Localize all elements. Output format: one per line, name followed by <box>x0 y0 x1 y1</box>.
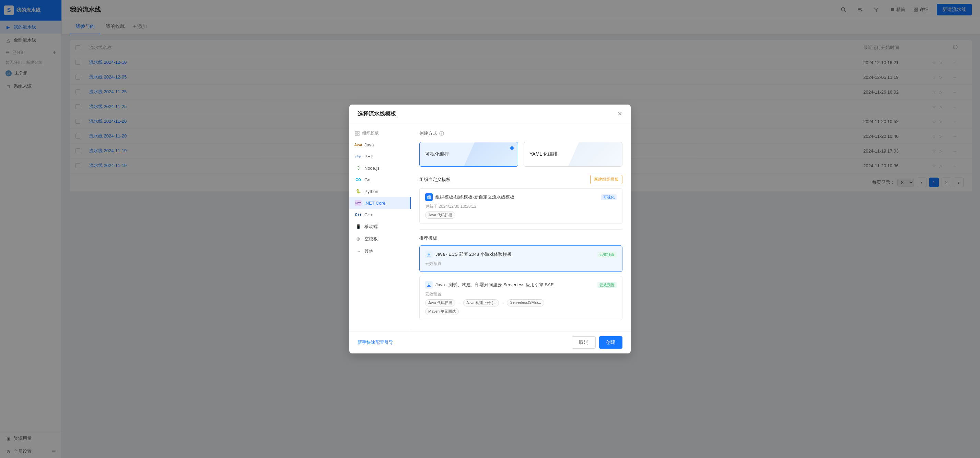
rec-template-1-sub: 云效预置 <box>425 261 617 267</box>
creation-mode-label: 创建方式 <box>419 130 437 136</box>
step-arrow-2: → <box>501 299 505 306</box>
modal-sidebar-label: Node.js <box>364 166 380 171</box>
svg-text:i: i <box>441 132 442 135</box>
rec-template-card-2[interactable]: Java · 测试、构建、部署到阿里云 Serverless 应用引擎 SAE … <box>419 276 622 320</box>
modal-sidebar-item-empty[interactable]: ⊕ 空模板 <box>349 233 411 245</box>
rec-template-2-name: Java · 测试、构建、部署到阿里云 Serverless 应用引擎 SAE <box>436 282 595 288</box>
rec-template-card-1[interactable]: Java · ECS 部署 2048 小游戏体验模板 云效预置 云效预置 <box>419 246 622 272</box>
creation-mode-row: 可视化编排 YAML 化编排 <box>419 142 622 166</box>
modal-header: 选择流水线模板 ✕ <box>349 105 631 124</box>
modal-sidebar-item-go[interactable]: GO Go <box>349 174 411 185</box>
modal-sidebar-label: PHP <box>364 154 374 159</box>
org-template-header: 组 组织模板-组织模板-新自定义流水线模板 可视化 <box>425 193 617 201</box>
org-template-steps: Java 代码扫描 <box>425 212 617 219</box>
rec-template-1-tag: 云效预置 <box>597 252 617 257</box>
svg-rect-14 <box>358 131 359 133</box>
modal-footer: 新手快速配置引导 取消 创建 <box>349 331 631 353</box>
java-icon: Java <box>355 142 362 147</box>
modal-sidebar-item-mobile[interactable]: 📱 移动端 <box>349 220 411 233</box>
empty-icon: ⊕ <box>355 236 362 242</box>
mobile-icon: 📱 <box>355 224 362 229</box>
modal-title: 选择流水线模板 <box>358 110 396 117</box>
modal-sidebar-item-cpp[interactable]: C++ C++ <box>349 209 411 220</box>
modal-main-content: 创建方式 i 可视化编排 YAML 化编排 组织自定义 <box>411 124 631 331</box>
rec-template-1-header: Java · ECS 部署 2048 小游戏体验模板 云效预置 <box>425 250 617 258</box>
modal-sidebar-label: 空模板 <box>364 236 378 242</box>
modal-footer-actions: 取消 创建 <box>572 336 622 349</box>
modal-sidebar-label: C++ <box>364 212 373 217</box>
rec-template-2-extra-steps: Maven 单元测试 <box>425 308 617 315</box>
python-icon: 🐍 <box>355 189 362 194</box>
dotnet-icon: NET <box>355 200 362 206</box>
selected-indicator <box>510 146 514 150</box>
modal-sidebar-label: Go <box>364 177 370 182</box>
modal-sidebar-item-php[interactable]: php PHP <box>349 151 411 162</box>
step-arrow: → <box>457 299 461 306</box>
org-templates-label: 组织模板 <box>362 130 379 136</box>
template-step: Java 代码扫描 <box>425 212 455 219</box>
org-templates-title: 组织自定义模板 <box>419 177 450 183</box>
section-divider <box>419 229 622 230</box>
template-step-3: Serverless(SAE)... <box>507 299 544 306</box>
nodejs-icon: ⬡ <box>355 165 362 171</box>
rec-template-2-tag: 云效预置 <box>597 282 617 288</box>
modal-sidebar-item-dotnet[interactable]: NET .NET Core <box>349 197 411 209</box>
download-icon-2 <box>425 281 433 288</box>
rec-template-2-steps: Java 代码扫描 → Java 构建上传 (... → Serverless(… <box>425 299 617 306</box>
other-icon: ··· <box>355 249 362 254</box>
modal-overlay: 选择流水线模板 ✕ 组织模板 Java Java php PHP <box>0 0 980 458</box>
modal-sidebar-label: 移动端 <box>364 223 378 230</box>
download-icon <box>425 250 433 258</box>
modal-sidebar-label: Python <box>364 189 378 194</box>
modal-sidebar-item-java[interactable]: Java Java <box>349 139 411 151</box>
rec-template-2-sub: 云效预置 <box>425 292 617 297</box>
template-step-extra: Maven 单元测试 <box>425 308 459 315</box>
yaml-deco <box>568 142 622 166</box>
org-template-card[interactable]: 组 组织模板-组织模板-新自定义流水线模板 可视化 更新于 2024/12/30… <box>419 188 622 224</box>
cancel-button[interactable]: 取消 <box>572 336 596 349</box>
modal-sidebar-item-nodejs[interactable]: ⬡ Node.js <box>349 162 411 174</box>
recommended-title: 推荐模板 <box>419 235 622 241</box>
modal-sidebar-group-label: 组织模板 <box>349 128 411 139</box>
template-step-2: Java 构建上传 (... <box>463 299 499 306</box>
modal-sidebar-label: Java <box>364 142 374 147</box>
visual-mode-card[interactable]: 可视化编排 <box>419 142 518 166</box>
modal-sidebar-item-python[interactable]: 🐍 Python <box>349 185 411 197</box>
creation-mode-section: 创建方式 i <box>419 130 622 136</box>
template-modal: 选择流水线模板 ✕ 组织模板 Java Java php PHP <box>349 105 631 353</box>
new-org-template-button[interactable]: 新建组织模板 <box>590 175 622 184</box>
modal-close-button[interactable]: ✕ <box>617 110 622 117</box>
go-icon: GO <box>355 177 362 182</box>
php-icon: php <box>355 154 362 159</box>
cpp-icon: C++ <box>355 212 362 217</box>
org-template-name: 组织模板-组织模板-新自定义流水线模板 <box>436 194 598 200</box>
svg-rect-16 <box>358 134 359 135</box>
org-templates-header: 组织自定义模板 新建组织模板 <box>419 175 622 184</box>
template-step-1: Java 代码扫描 <box>425 299 455 306</box>
svg-rect-13 <box>355 131 357 133</box>
svg-rect-15 <box>355 134 357 135</box>
rec-template-2-header: Java · 测试、构建、部署到阿里云 Serverless 应用引擎 SAE … <box>425 281 617 288</box>
yaml-mode-label: YAML 化编排 <box>530 151 558 157</box>
visual-deco <box>464 142 518 166</box>
org-badge: 组 <box>425 193 433 201</box>
quick-guide-link[interactable]: 新手快速配置引导 <box>358 339 393 345</box>
yaml-mode-card[interactable]: YAML 化编排 <box>523 142 622 166</box>
modal-sidebar-item-other[interactable]: ··· 其他 <box>349 245 411 257</box>
org-template-update: 更新于 2024/12/30 10:28:12 <box>425 204 617 209</box>
modal-sidebar: 组织模板 Java Java php PHP ⬡ Node.js GO Go <box>349 124 411 331</box>
modal-sidebar-label: 其他 <box>364 248 373 254</box>
rec-template-1-name: Java · ECS 部署 2048 小游戏体验模板 <box>436 251 595 257</box>
modal-sidebar-label: .NET Core <box>364 201 385 206</box>
modal-body: 组织模板 Java Java php PHP ⬡ Node.js GO Go <box>349 124 631 331</box>
visual-mode-label: 可视化编排 <box>425 151 449 157</box>
create-button[interactable]: 创建 <box>599 336 622 349</box>
org-template-tag: 可视化 <box>601 194 617 200</box>
